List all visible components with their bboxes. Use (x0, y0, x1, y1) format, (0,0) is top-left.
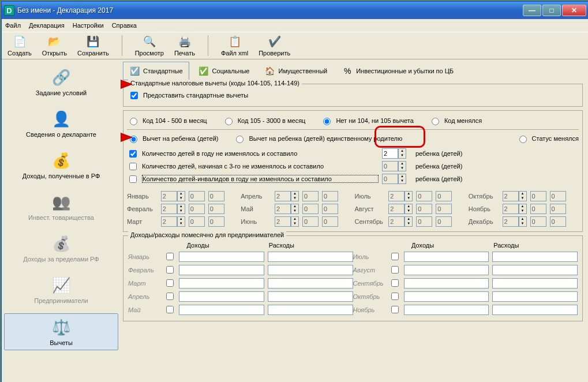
spinner[interactable]: ▲▼ (398, 174, 406, 184)
entre-income-input[interactable] (179, 265, 264, 275)
spinner[interactable]: ▲▼ (405, 204, 413, 214)
spinner[interactable]: ▲▼ (291, 191, 299, 201)
month-val2[interactable] (189, 191, 205, 201)
sidebar-foreign[interactable]: 💰Доходы за пределами РФ (4, 230, 118, 266)
month-val3[interactable] (208, 216, 224, 227)
month-val1[interactable] (161, 204, 177, 214)
toolbar-check[interactable]: ✔️Проверить (259, 35, 290, 57)
entre-income-input[interactable] (404, 278, 489, 289)
month-val3[interactable] (436, 216, 452, 227)
menu-declaration[interactable]: Декларация (29, 22, 65, 29)
spinner[interactable]: ▲▼ (405, 216, 413, 227)
spinner[interactable]: ▲▼ (519, 191, 527, 201)
toolbar-save[interactable]: 💾Сохранить (77, 35, 109, 57)
radio-code-105[interactable] (225, 118, 233, 125)
spinner[interactable]: ▲▼ (177, 191, 185, 201)
month-val3[interactable] (550, 204, 566, 214)
entre-income-input[interactable] (179, 305, 264, 315)
radio-single-parent[interactable] (236, 136, 244, 143)
entre-expense-input[interactable] (492, 265, 578, 275)
month-val1[interactable] (275, 216, 291, 227)
month-val3[interactable] (436, 191, 452, 201)
children-count-input[interactable] (382, 148, 398, 159)
month-val2[interactable] (530, 216, 546, 227)
entre-check[interactable] (166, 293, 174, 300)
month-val2[interactable] (302, 191, 319, 201)
entre-expense-input[interactable] (268, 291, 353, 302)
toolbar-print[interactable]: 🖨️Печать (174, 35, 195, 57)
month-val1[interactable] (388, 191, 405, 201)
entre-expense-input[interactable] (268, 278, 353, 289)
month-val2[interactable] (302, 216, 319, 227)
tab-invest-cb[interactable]: %Инвестиционные и убытки по ЦБ (336, 62, 459, 80)
entre-expense-input[interactable] (268, 305, 353, 315)
entre-check[interactable] (166, 253, 174, 260)
sidebar-declarant[interactable]: 👤Сведения о декларанте (4, 106, 118, 141)
menu-file[interactable]: Файл (5, 22, 21, 29)
children-from3-checkbox[interactable] (129, 163, 137, 170)
tab-property[interactable]: 🏠Имущественный (259, 62, 333, 80)
month-val3[interactable] (208, 204, 224, 214)
month-val2[interactable] (302, 204, 319, 214)
spinner[interactable]: ▲▼ (398, 148, 406, 159)
entre-expense-input[interactable] (492, 278, 578, 289)
children-count-checkbox[interactable] (129, 150, 137, 158)
month-val3[interactable] (436, 204, 452, 214)
spinner[interactable]: ▲▼ (519, 216, 527, 227)
radio-code-104[interactable] (130, 118, 137, 125)
month-val1[interactable] (503, 204, 519, 214)
entre-income-input[interactable] (404, 291, 489, 302)
month-val3[interactable] (208, 191, 224, 201)
spinner[interactable]: ▲▼ (177, 204, 185, 214)
month-val3[interactable] (322, 204, 338, 214)
entre-check[interactable] (166, 279, 174, 287)
month-val1[interactable] (503, 191, 519, 201)
month-val2[interactable] (189, 216, 205, 227)
spinner[interactable]: ▲▼ (291, 216, 299, 227)
tab-social[interactable]: ✅Социальные (193, 62, 256, 80)
entre-income-input[interactable] (404, 252, 489, 262)
entre-check[interactable] (166, 306, 174, 313)
spinner[interactable]: ▲▼ (398, 161, 406, 171)
menu-settings[interactable]: Настройки (73, 22, 104, 29)
entre-check[interactable] (391, 279, 399, 287)
entre-income-input[interactable] (179, 291, 264, 302)
sidebar-entrepreneurs[interactable]: 📈Предприниматели (4, 272, 118, 308)
month-val1[interactable] (275, 191, 291, 201)
month-val2[interactable] (530, 204, 546, 214)
entre-income-input[interactable] (179, 278, 264, 289)
tab-standard[interactable]: ☑️Стандартные (123, 62, 189, 80)
sidebar-conditions[interactable]: 🔗Задание условий (4, 64, 118, 100)
sidebar-invest[interactable]: 👥Инвест. товарищества (4, 189, 118, 224)
month-val1[interactable] (161, 216, 177, 227)
month-val1[interactable] (275, 204, 291, 214)
sidebar-deductions[interactable]: ⚖️Вычеты (4, 313, 118, 350)
spinner[interactable]: ▲▼ (405, 191, 413, 201)
children-from3-input[interactable] (382, 161, 398, 171)
month-val3[interactable] (322, 191, 338, 201)
children-disabled-input[interactable] (382, 174, 398, 184)
month-val1[interactable] (503, 216, 519, 227)
toolbar-preview[interactable]: 🔍Просмотр (135, 35, 164, 57)
entre-expense-input[interactable] (268, 252, 353, 262)
minimize-button[interactable]: — (523, 5, 541, 16)
month-val1[interactable] (388, 204, 405, 214)
children-disabled-checkbox[interactable] (129, 175, 137, 183)
month-val3[interactable] (550, 191, 566, 201)
sidebar-income-rf[interactable]: 💰Доходы, полученные в РФ (4, 147, 118, 183)
entre-check[interactable] (391, 293, 399, 300)
entre-income-input[interactable] (404, 305, 489, 315)
month-val2[interactable] (416, 204, 432, 214)
month-val1[interactable] (161, 191, 177, 201)
spinner[interactable]: ▲▼ (291, 204, 299, 214)
radio-status-changed[interactable] (519, 136, 527, 143)
toolbar-create[interactable]: 📄Создать (8, 35, 32, 57)
toolbar-xml[interactable]: 📋Файл xml (221, 35, 248, 57)
entre-income-input[interactable] (179, 252, 264, 262)
month-val2[interactable] (416, 216, 432, 227)
entre-check[interactable] (391, 266, 399, 274)
entre-expense-input[interactable] (492, 291, 578, 302)
maximize-button[interactable]: □ (542, 5, 561, 16)
spinner[interactable]: ▲▼ (177, 216, 185, 227)
entre-check[interactable] (391, 306, 399, 313)
